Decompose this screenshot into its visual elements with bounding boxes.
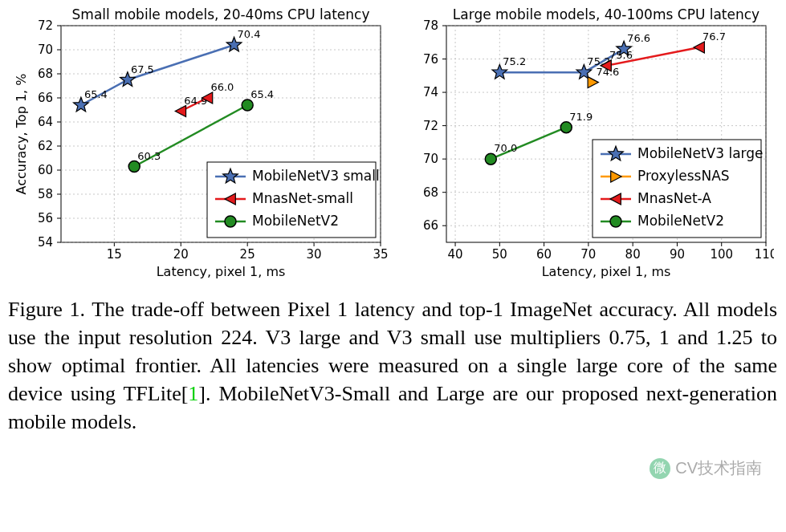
xtick-label: 80 — [625, 247, 641, 262]
svg-point-90 — [610, 216, 621, 227]
ytick-label: 70 — [423, 152, 438, 166]
point-label: 75.6 — [609, 49, 633, 61]
legend-label: MnasNet-A — [637, 190, 711, 206]
point-label: 67.5 — [131, 63, 154, 75]
ytick-label: 76 — [423, 52, 438, 67]
legend-label: ProxylessNAS — [637, 168, 730, 184]
point-label: 70.4 — [238, 28, 261, 40]
point-label: 70.0 — [494, 142, 517, 154]
ytick-label: 60 — [38, 163, 53, 177]
ytick-label: 66 — [38, 91, 53, 105]
xtick-label: 35 — [373, 247, 388, 262]
xtick-label: 100 — [710, 247, 733, 262]
ytick-label: 68 — [423, 185, 438, 200]
ytick-label: 72 — [38, 18, 53, 33]
ytick-label: 70 — [38, 43, 53, 57]
xtick-label: 20 — [173, 247, 189, 262]
ytick-label: 62 — [38, 139, 53, 153]
caption-ref: 1 — [188, 382, 198, 405]
xtick-label: 40 — [448, 247, 463, 262]
y-axis-label: Accuracy, Top 1, % — [14, 74, 29, 195]
legend-label: MobileNetV2 — [637, 213, 724, 229]
ytick-label: 56 — [38, 211, 53, 225]
chart-title: Small mobile models, 20-40ms CPU latency — [72, 8, 370, 22]
figure-caption: Figure 1. The trade-off between Pixel 1 … — [8, 295, 777, 436]
ytick-label: 78 — [423, 18, 438, 33]
svg-point-37 — [242, 99, 253, 111]
xtick-label: 70 — [580, 247, 596, 262]
xtick-label: 90 — [670, 247, 685, 262]
x-axis-label: Latency, pixel 1, ms — [542, 264, 671, 279]
xtick-label: 60 — [536, 247, 552, 262]
point-label: 64.9 — [184, 95, 207, 107]
chart-large-models: 40506070809010011066687072747678Latency,… — [397, 8, 774, 284]
ytick-label: 58 — [38, 187, 53, 201]
xtick-label: 50 — [492, 247, 507, 262]
svg-point-43 — [225, 216, 236, 227]
x-axis-label: Latency, pixel 1, ms — [157, 264, 286, 279]
chart-title: Large mobile models, 40-100ms CPU latenc… — [453, 8, 760, 22]
xtick-label: 110 — [755, 247, 774, 262]
ytick-label: 64 — [38, 115, 53, 129]
ytick-label: 54 — [38, 235, 53, 250]
legend-label: MnasNet-small — [252, 190, 353, 206]
chart-svg: 40506070809010011066687072747678Latency,… — [397, 8, 774, 281]
figure: 152025303554565860626466687072Latency, p… — [8, 8, 777, 436]
point-label: 65.4 — [84, 88, 108, 100]
point-label: 65.4 — [250, 88, 274, 100]
chart-svg: 152025303554565860626466687072Latency, p… — [11, 8, 389, 281]
point-label: 60.3 — [137, 150, 161, 162]
ytick-label: 68 — [38, 67, 53, 81]
point-label: 76.6 — [627, 32, 650, 44]
ytick-label: 72 — [423, 119, 438, 133]
charts-row: 152025303554565860626466687072Latency, p… — [8, 8, 777, 284]
point-label: 71.9 — [569, 111, 593, 123]
point-label: 76.7 — [703, 30, 726, 43]
xtick-label: 30 — [307, 247, 322, 262]
legend-label: MobileNetV3 small — [252, 168, 380, 184]
legend-label: MobileNetV2 — [252, 213, 339, 229]
point-label: 75.2 — [503, 55, 526, 67]
svg-point-81 — [485, 153, 496, 164]
legend-label: MobileNetV3 large — [637, 145, 764, 161]
svg-point-82 — [560, 122, 572, 133]
point-label: 66.0 — [210, 81, 234, 93]
caption-prefix: Figure 1. — [8, 298, 85, 321]
ytick-label: 74 — [423, 85, 438, 99]
ytick-label: 66 — [423, 218, 438, 233]
chart-small-models: 152025303554565860626466687072Latency, p… — [11, 8, 389, 284]
xtick-label: 15 — [107, 247, 122, 262]
xtick-label: 25 — [240, 247, 255, 262]
svg-point-36 — [128, 161, 140, 173]
